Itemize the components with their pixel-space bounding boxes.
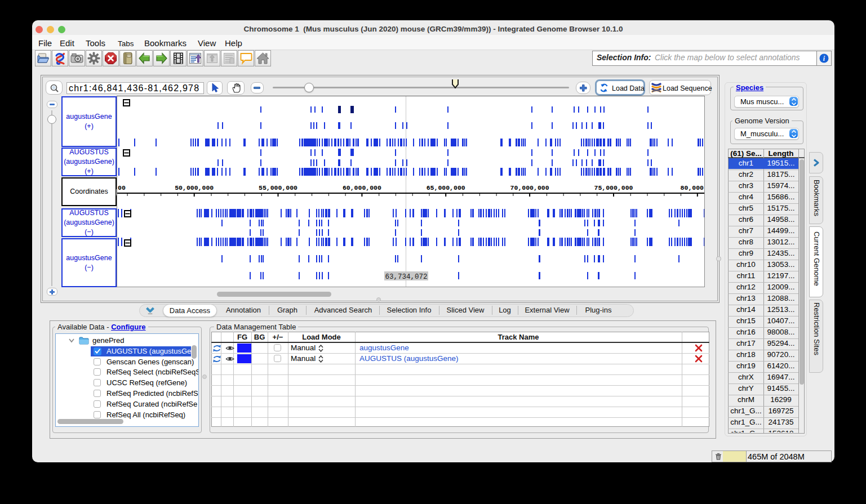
svg-text:63,734,072: 63,734,072 [385,273,427,281]
svg-text:75,000,000: 75,000,000 [594,184,633,191]
svg-text:55,000,000: 55,000,000 [259,184,297,191]
svg-text:70,000,000: 70,000,000 [510,184,549,191]
svg-text:60,000,000: 60,000,000 [343,184,381,191]
svg-text:00: 00 [118,184,126,191]
svg-text:50,000,000: 50,000,000 [175,184,214,191]
svg-text:80,000: 80,000 [681,184,704,191]
svg-text:65,000,000: 65,000,000 [427,184,465,191]
